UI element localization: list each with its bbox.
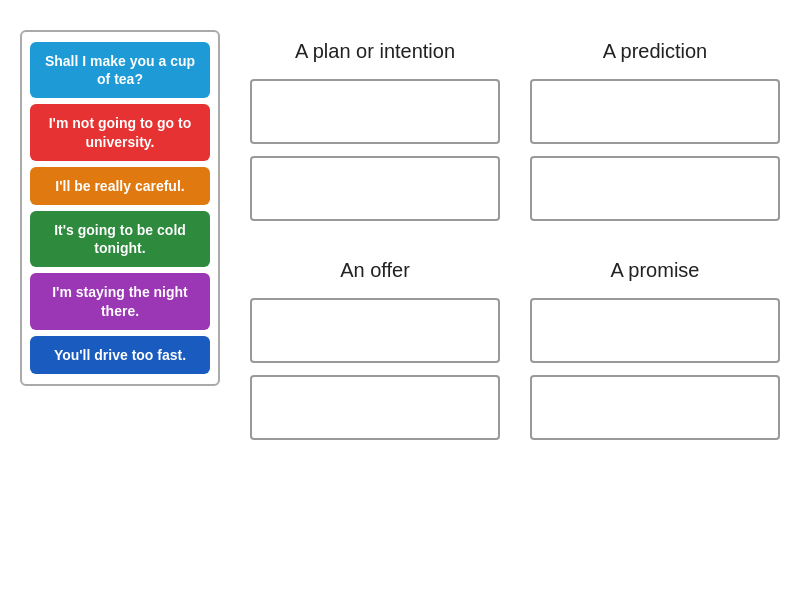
categories-panel: A plan or intention A prediction An offe… xyxy=(240,20,790,580)
drop-zone-promise-2[interactable] xyxy=(530,375,780,440)
drop-zone-promise-1[interactable] xyxy=(530,298,780,363)
category-title-prediction: A prediction xyxy=(530,40,780,71)
sentence-card-card5[interactable]: I'm staying the night there. xyxy=(30,273,210,329)
main-container: Shall I make you a cup of tea?I'm not go… xyxy=(0,0,800,600)
drop-zone-plan-1[interactable] xyxy=(250,79,500,144)
sentence-card-card3[interactable]: I'll be really careful. xyxy=(30,167,210,205)
drop-zone-offer-2[interactable] xyxy=(250,375,500,440)
drop-zone-offer-1[interactable] xyxy=(250,298,500,363)
sentence-card-card2[interactable]: I'm not going to go to university. xyxy=(30,104,210,160)
sentence-card-card4[interactable]: It's going to be cold tonight. xyxy=(30,211,210,267)
sentence-card-card6[interactable]: You'll drive too fast. xyxy=(30,336,210,374)
drop-zone-prediction-2[interactable] xyxy=(530,156,780,221)
drop-zone-prediction-1[interactable] xyxy=(530,79,780,144)
spacer-1 xyxy=(250,233,500,251)
category-title-offer: An offer xyxy=(250,259,500,290)
sentence-cards-panel: Shall I make you a cup of tea?I'm not go… xyxy=(20,30,220,386)
sentence-card-card1[interactable]: Shall I make you a cup of tea? xyxy=(30,42,210,98)
category-title-plan: A plan or intention xyxy=(250,40,500,71)
spacer-2 xyxy=(530,233,780,251)
drop-zone-plan-2[interactable] xyxy=(250,156,500,221)
category-title-promise: A promise xyxy=(530,259,780,290)
